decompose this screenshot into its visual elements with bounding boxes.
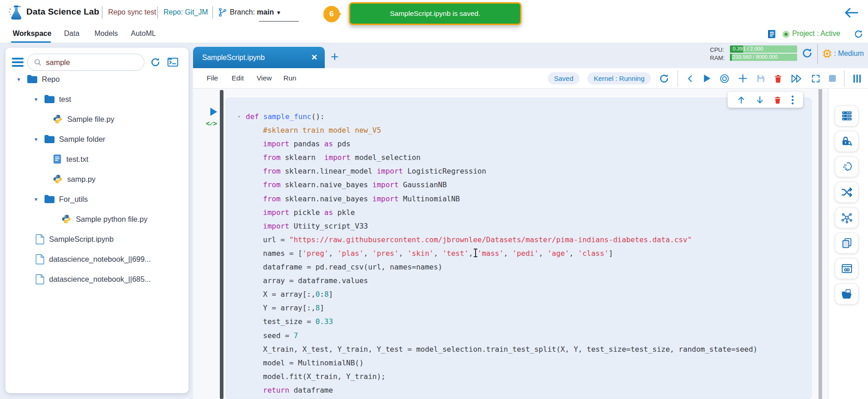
tree-item-test[interactable]: ▾test xyxy=(5,89,188,109)
move-cell-up-icon[interactable] xyxy=(737,95,746,105)
caret-down-icon[interactable]: ▾ xyxy=(17,76,26,83)
menu-view[interactable]: View xyxy=(257,74,272,82)
menu-run[interactable]: Run xyxy=(283,74,296,82)
app-title: Data Science Lab xyxy=(26,7,99,17)
caret-down-icon[interactable]: ▾ xyxy=(35,136,44,143)
tree-item-sample-file-py[interactable]: Sample file.py xyxy=(5,109,188,129)
tutorial-step-badge: 6 xyxy=(323,6,340,22)
new-tab-icon[interactable]: + xyxy=(331,49,339,65)
tree-item-label: test.txt xyxy=(66,155,89,164)
rail-button-folder-open[interactable] xyxy=(835,284,858,304)
tree-item-datascience-notebook-699[interactable]: datascience_notebook_||699... xyxy=(5,249,188,269)
tree-item-sample-python-file-py[interactable]: Sample python file.py xyxy=(5,209,188,229)
add-cell-icon[interactable] xyxy=(738,73,748,84)
rail-button-shuffle[interactable] xyxy=(835,182,858,203)
instance-size-label[interactable]: : Medium xyxy=(834,50,864,58)
project-status-label: Project : Active xyxy=(792,30,840,38)
tab-models[interactable]: Models xyxy=(94,30,118,38)
run-play-icon[interactable] xyxy=(703,74,711,83)
caret-down-icon[interactable]: ▾ xyxy=(35,96,44,103)
code-cell[interactable]: ▾def sample_func():#sklearn train model … xyxy=(226,98,812,399)
terminal-icon[interactable] xyxy=(167,56,179,68)
save-icon[interactable] xyxy=(756,74,766,84)
tree-item-samp-py[interactable]: samp.py xyxy=(5,169,188,189)
cpu-meter: 0.391 / 2.000 xyxy=(730,45,797,53)
rail-button-dataset[interactable] xyxy=(835,105,858,126)
back-arrow-icon[interactable] xyxy=(843,6,859,20)
delete-icon[interactable] xyxy=(774,74,783,84)
tree-item-test-txt[interactable]: test.txt xyxy=(5,149,188,169)
active-tab-underline xyxy=(11,41,51,43)
code-editor[interactable]: ▾def sample_func():#sklearn train model … xyxy=(226,98,811,397)
folder-icon xyxy=(26,74,37,84)
tree-item-label: test xyxy=(59,95,71,104)
search-icon xyxy=(34,58,42,66)
fullscreen-icon[interactable] xyxy=(811,74,821,84)
run-all-icon[interactable] xyxy=(790,74,803,84)
code-line: seed = 7 xyxy=(246,329,811,343)
stop-icon[interactable] xyxy=(828,75,836,82)
code-line: names = ['preg', 'plas', 'pres', 'skin',… xyxy=(246,247,811,260)
code-line: test_size = 0.33 xyxy=(246,315,811,329)
kernel-status-badge[interactable]: Kernel : Running xyxy=(587,72,651,85)
folder-icon xyxy=(44,94,55,104)
notebook-tab[interactable]: SampleScript.ipynb ✕ xyxy=(193,47,325,68)
ram-meter: 233.560 / 8000.000 xyxy=(730,54,797,61)
code-line: url = "https://raw.githubusercontent.com… xyxy=(246,233,811,247)
divider xyxy=(102,6,103,19)
app-logo-flask-icon xyxy=(7,4,25,21)
notebook-tab-title: SampleScript.ipynb xyxy=(202,54,311,62)
rail-button-lock-key[interactable] xyxy=(835,131,858,152)
notebook-scrollbar[interactable] xyxy=(818,89,822,399)
notebook-toolbar: File Edit View Run Saved Kernel : Runnin… xyxy=(193,68,868,89)
target-icon[interactable] xyxy=(719,73,730,84)
caret-down-icon[interactable]: ▾ xyxy=(35,196,44,203)
code-line: from sklearn.naive_bayes import Gaussian… xyxy=(246,178,811,192)
resources-refresh-icon[interactable] xyxy=(801,47,813,59)
divider xyxy=(157,6,158,19)
rail-button-copy[interactable] xyxy=(835,233,858,254)
tab-data[interactable]: Data xyxy=(64,30,79,38)
python-icon xyxy=(61,214,71,224)
code-line: #sklearn train model new_V5 xyxy=(246,124,811,137)
divider xyxy=(212,6,213,19)
file-search[interactable] xyxy=(27,54,144,71)
tree-item-label: datascience_notebook_||699... xyxy=(49,255,151,264)
rail-button-ai-brain[interactable] xyxy=(835,156,858,177)
cell-status-check-icon: <✓> xyxy=(206,120,217,128)
project-refresh-icon[interactable] xyxy=(853,29,863,39)
tab-automl[interactable]: AutoML xyxy=(131,30,156,38)
lock-key-icon xyxy=(841,135,853,147)
search-input[interactable] xyxy=(46,58,132,67)
tree-item-for-utils[interactable]: ▾For_utils xyxy=(5,189,188,209)
menu-edit[interactable]: Edit xyxy=(232,74,244,82)
more-options-icon[interactable] xyxy=(791,95,794,105)
fold-caret-icon[interactable]: ▾ xyxy=(238,110,241,124)
cpu-value: 0.391 / 2.000 xyxy=(733,46,763,51)
menu-file[interactable]: File xyxy=(207,74,218,82)
close-icon[interactable]: ✕ xyxy=(311,53,317,62)
explorer-refresh-icon[interactable] xyxy=(150,57,161,68)
cell-scrollbar[interactable] xyxy=(220,90,223,399)
chevron-left-icon[interactable] xyxy=(686,74,695,84)
delete-cell-icon[interactable] xyxy=(774,95,782,105)
rail-button-network[interactable] xyxy=(835,207,858,228)
tree-item-samplescript-ipynb[interactable]: SampleScript.ipynb xyxy=(5,229,188,249)
tree-item-repo[interactable]: ▾Repo xyxy=(5,69,188,89)
project-status-dot-icon xyxy=(782,30,790,38)
tree-item-label: Sample python file.py xyxy=(76,215,148,224)
tree-item-datascience-notebook-685[interactable]: datascience_notebook_||685... xyxy=(5,269,188,289)
branch-dropdown[interactable]: Branch: main ▼ xyxy=(230,8,281,16)
repo-sync-link[interactable]: Repo sync test xyxy=(108,8,156,16)
hamburger-menu-icon[interactable] xyxy=(12,58,24,69)
rail-button-browser-infinity[interactable] xyxy=(835,258,858,279)
run-cell-icon[interactable] xyxy=(209,107,218,117)
move-cell-down-icon[interactable] xyxy=(755,95,764,105)
tab-workspace[interactable]: Workspace xyxy=(13,30,51,38)
refresh-icon[interactable] xyxy=(659,73,670,84)
code-line: ▾def sample_func(): xyxy=(246,110,811,124)
tree-item-sample-folder[interactable]: ▾Sample folder xyxy=(5,129,188,149)
notebook-content: <✓> ▾def sample_func():#sklearn train mo… xyxy=(193,89,868,399)
panel-toggle-icon[interactable] xyxy=(853,74,862,84)
project-log-icon[interactable] xyxy=(766,29,777,40)
